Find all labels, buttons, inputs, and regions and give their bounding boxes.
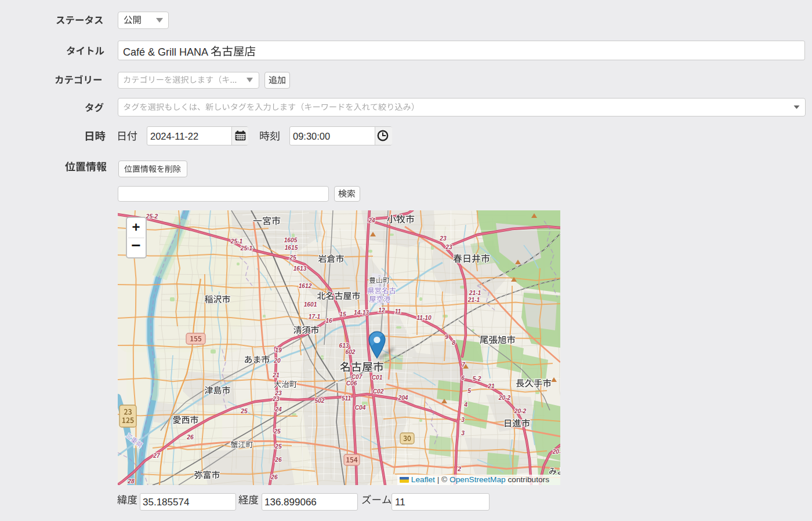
svg-text:24: 24 xyxy=(274,406,282,413)
svg-text:3: 3 xyxy=(461,417,465,423)
svg-text:C04: C04 xyxy=(355,405,366,411)
svg-text:8: 8 xyxy=(452,340,455,346)
svg-text:26: 26 xyxy=(274,457,282,463)
svg-text:20-2: 20-2 xyxy=(514,408,527,414)
svg-text:11-10: 11-10 xyxy=(416,315,432,321)
svg-text:9: 9 xyxy=(445,334,448,340)
svg-text:204: 204 xyxy=(398,395,408,401)
svg-text:25-2: 25-2 xyxy=(146,213,158,220)
svg-text:12: 12 xyxy=(378,307,385,314)
svg-text:25: 25 xyxy=(273,428,281,435)
svg-text:14-13: 14-13 xyxy=(354,309,369,316)
svg-text:25: 25 xyxy=(274,443,282,450)
svg-text:C01: C01 xyxy=(372,374,383,381)
svg-text:25: 25 xyxy=(289,254,296,261)
svg-text:23: 23 xyxy=(439,235,447,242)
svg-text:1605: 1605 xyxy=(284,237,298,243)
svg-text:3: 3 xyxy=(461,430,465,436)
svg-text:21: 21 xyxy=(487,383,495,389)
svg-text:502: 502 xyxy=(315,398,325,404)
svg-text:28: 28 xyxy=(127,478,135,484)
svg-text:C06: C06 xyxy=(346,380,357,387)
svg-text:25-1: 25-1 xyxy=(230,238,243,245)
svg-text:1613: 1613 xyxy=(293,265,307,272)
svg-text:C02: C02 xyxy=(373,388,384,395)
svg-text:1601: 1601 xyxy=(304,301,317,308)
svg-text:11: 11 xyxy=(395,308,401,315)
svg-text:613: 613 xyxy=(339,343,349,349)
svg-text:C07: C07 xyxy=(351,374,363,380)
svg-text:17-1: 17-1 xyxy=(309,314,321,320)
svg-text:5-2: 5-2 xyxy=(473,376,481,382)
svg-text:27: 27 xyxy=(153,453,161,459)
svg-text:26: 26 xyxy=(270,474,278,480)
svg-text:16: 16 xyxy=(325,318,332,324)
svg-text:21: 21 xyxy=(272,372,280,378)
svg-text:5: 5 xyxy=(467,388,471,394)
svg-text:20-2: 20-2 xyxy=(498,395,511,401)
svg-text:6: 6 xyxy=(461,375,465,381)
svg-text:1615: 1615 xyxy=(285,245,298,251)
svg-text:511: 511 xyxy=(342,395,351,402)
svg-text:23: 23 xyxy=(272,396,280,402)
svg-text:24: 24 xyxy=(368,217,375,224)
svg-text:19: 19 xyxy=(275,347,282,354)
svg-text:21-1: 21-1 xyxy=(467,297,480,303)
svg-text:25-1: 25-1 xyxy=(240,245,253,252)
svg-text:21-1: 21-1 xyxy=(469,290,481,296)
svg-text:25: 25 xyxy=(240,408,248,414)
svg-text:20-: 20- xyxy=(552,449,560,455)
svg-text:4: 4 xyxy=(463,402,467,408)
svg-text:23: 23 xyxy=(445,244,452,250)
svg-text:2: 2 xyxy=(457,466,461,472)
svg-text:15: 15 xyxy=(339,311,346,318)
svg-text:20: 20 xyxy=(273,358,281,364)
svg-text:26: 26 xyxy=(186,434,194,440)
svg-text:1612: 1612 xyxy=(299,283,312,289)
svg-text:602: 602 xyxy=(346,349,356,355)
